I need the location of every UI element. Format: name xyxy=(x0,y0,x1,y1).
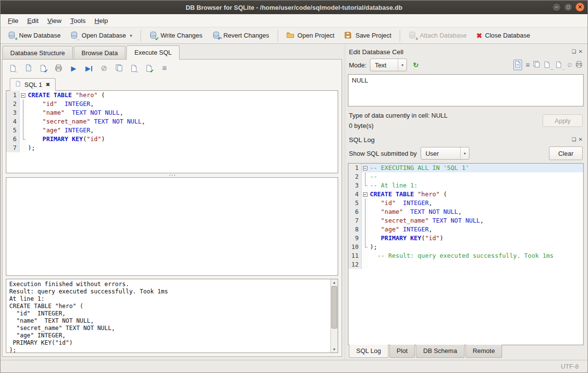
code-line[interactable]: 3-- At line 1: xyxy=(348,181,583,190)
export-results-button[interactable]: → xyxy=(129,63,140,74)
code-line[interactable]: 6 "name" TEXT NOT NULL, xyxy=(348,207,583,216)
write-changes-button[interactable]: ✔ Write Changes xyxy=(145,29,207,41)
revert-changes-button[interactable]: ↶ Revert Changes xyxy=(208,29,274,41)
cell-info: Type of data currently in cell: NULL 0 b… xyxy=(348,106,584,134)
close-icon[interactable]: ✕ xyxy=(575,2,585,12)
code-line[interactable]: 2-- xyxy=(348,172,583,181)
mode-value: Text xyxy=(375,62,386,69)
encoding-indicator[interactable]: UTF-8 xyxy=(561,363,579,370)
dock-float-icon[interactable]: ❏ xyxy=(572,49,576,54)
tab-browse-data[interactable]: Browse Data xyxy=(74,46,125,60)
duplicate-tab-button[interactable] xyxy=(114,63,124,74)
code-line[interactable]: 7); xyxy=(6,144,338,152)
open-tab-button[interactable]: → xyxy=(8,63,19,74)
close-database-button[interactable]: ✖ Close Database xyxy=(472,30,534,41)
save-project-button[interactable]: Save Project xyxy=(340,29,396,41)
copy-icon[interactable] xyxy=(533,61,540,69)
bottom-tab-db-schema[interactable]: DB Schema xyxy=(416,345,464,358)
fold-marker-icon[interactable] xyxy=(362,164,368,172)
dock-close-icon[interactable]: ✕ xyxy=(579,137,583,142)
sql-tab-1[interactable]: SQL 1 ✖ xyxy=(10,78,56,91)
open-database-button[interactable]: → Open Database ▾ xyxy=(66,29,137,41)
code-line[interactable]: 2 "id" INTEGER, xyxy=(6,100,338,108)
code-line[interactable]: 4 "secret_name" TEXT NOT NULL, xyxy=(6,117,338,126)
menu-tools[interactable]: Tools xyxy=(66,15,90,26)
attach-database-label: Attach Database xyxy=(420,32,466,39)
new-database-button[interactable]: + New Database xyxy=(3,29,65,41)
open-database-caret-icon[interactable]: ▾ xyxy=(130,33,132,38)
code-text: -- EXECUTING ALL IN 'SQL 1' xyxy=(368,164,583,172)
results-grid[interactable] xyxy=(6,177,338,276)
submitter-combobox[interactable]: User ▾ xyxy=(421,147,469,160)
duplicate-tab-icon xyxy=(115,64,123,73)
fold-gutter xyxy=(20,144,26,152)
code-line[interactable]: 3 "name" TEXT NOT NULL, xyxy=(6,108,338,117)
save-results-button[interactable]: ✔ xyxy=(144,63,155,74)
print-cell-icon[interactable] xyxy=(575,61,583,69)
menu-help[interactable]: Help xyxy=(90,15,113,26)
execution-log-area[interactable]: Execution finished without errors. Resul… xyxy=(6,279,338,353)
maximize-icon[interactable]: ◻ xyxy=(564,2,573,12)
code-line[interactable]: 5 "id" INTEGER, xyxy=(348,199,583,207)
minimize-icon[interactable]: − xyxy=(552,2,561,12)
bottom-tab-plot[interactable]: Plot xyxy=(389,345,415,358)
scrollbar-thumb[interactable] xyxy=(331,286,337,329)
execute-current-line-button[interactable]: ▶ xyxy=(83,63,94,74)
sql-subtab-bar: SQL 1 ✖ xyxy=(6,77,338,90)
menubar: File Edit View Tools Help xyxy=(0,14,588,27)
code-line[interactable]: 1CREATE TABLE "hero" ( xyxy=(6,91,338,100)
mode-label: Mode: xyxy=(349,62,366,69)
clear-button[interactable]: Clear xyxy=(549,146,583,160)
code-line[interactable]: 9 PRIMARY KEY("id") xyxy=(348,234,583,243)
code-text: "id" INTEGER, xyxy=(26,100,338,108)
mode-combobox[interactable]: Text ▾ xyxy=(370,59,407,71)
dock-close-icon[interactable]: ✕ xyxy=(579,49,583,54)
format-sql-button[interactable]: ≡ xyxy=(159,63,170,74)
submitter-value: User xyxy=(426,150,439,157)
open-sql-file-button[interactable] xyxy=(23,63,34,74)
import-icon[interactable]: → xyxy=(544,61,552,69)
dock-float-icon[interactable]: ❏ xyxy=(572,137,576,142)
sql-editor[interactable]: 1CREATE TABLE "hero" (2 "id" INTEGER,3 "… xyxy=(6,90,338,173)
tab-database-structure[interactable]: Database Structure xyxy=(2,46,73,60)
scroll-up-icon[interactable]: ▲ xyxy=(331,279,338,286)
titlebar[interactable]: DB Browser for SQLite - /home/user/code/… xyxy=(0,0,588,14)
save-sql-file-button[interactable]: ✔ xyxy=(38,63,49,74)
set-null-icon[interactable]: ∅ xyxy=(567,62,572,68)
print-button[interactable] xyxy=(53,63,64,74)
tab-execute-sql[interactable]: Execute SQL xyxy=(126,45,180,60)
code-line[interactable]: 6 PRIMARY KEY("id") xyxy=(6,135,338,144)
code-line[interactable]: 11 -- Result: query executed successfull… xyxy=(348,251,583,260)
execute-all-button[interactable]: ▶ xyxy=(68,63,79,74)
open-project-button[interactable]: Open Project xyxy=(282,29,339,41)
code-line[interactable]: 8 "age" INTEGER, xyxy=(348,225,583,234)
sql-tab-close-icon[interactable]: ✖ xyxy=(45,82,50,88)
menu-edit[interactable]: Edit xyxy=(23,15,43,26)
sql-log-view[interactable]: 1-- EXECUTING ALL IN 'SQL 1'2--3-- At li… xyxy=(348,163,584,345)
fold-marker-icon[interactable] xyxy=(20,91,26,100)
code-line[interactable]: 5 "age" INTEGER, xyxy=(6,126,338,135)
code-line[interactable]: 4CREATE TABLE "hero" ( xyxy=(348,190,583,199)
import-data-button[interactable]: ↻ xyxy=(410,60,421,70)
line-number: 7 xyxy=(6,144,20,152)
editor-results-splitter[interactable] xyxy=(6,173,338,177)
bottom-tab-remote[interactable]: Remote xyxy=(466,345,503,358)
code-line[interactable]: 10); xyxy=(348,243,583,251)
cell-editor[interactable]: NULL xyxy=(348,74,584,106)
code-line[interactable]: 1-- EXECUTING ALL IN 'SQL 1' xyxy=(348,164,583,172)
word-wrap-icon[interactable]: ≡ xyxy=(526,61,529,69)
edit-cell-dock-header: Edit Database Cell ❏ ✕ xyxy=(348,46,584,58)
export-icon[interactable]: → xyxy=(555,61,564,69)
menu-file[interactable]: File xyxy=(3,15,23,26)
text-view-icon[interactable] xyxy=(513,60,522,70)
fold-marker-icon[interactable] xyxy=(362,190,368,199)
bottom-tab-sql-log[interactable]: SQL Log xyxy=(349,345,388,358)
save-project-icon xyxy=(344,31,352,40)
code-line[interactable]: 7 "secret_name" TEXT NOT NULL, xyxy=(348,216,583,225)
menu-view[interactable]: View xyxy=(43,15,66,26)
code-text: CREATE TABLE "hero" ( xyxy=(368,190,583,199)
code-text: "name" TEXT NOT NULL, xyxy=(368,207,583,216)
code-line[interactable]: 12 xyxy=(348,260,583,269)
execution-log-scrollbar[interactable]: ▲ ▼ xyxy=(330,279,338,352)
scroll-down-icon[interactable]: ▼ xyxy=(331,346,338,352)
